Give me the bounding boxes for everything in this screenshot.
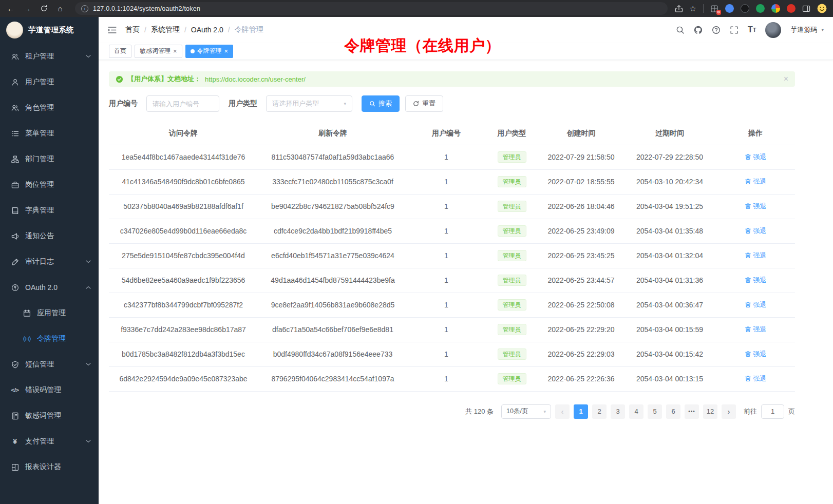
force-logout-button[interactable]: 强退 [745,350,767,359]
close-tab-icon[interactable]: × [173,48,177,54]
sidebar-item-dict[interactable]: 字典管理 [0,198,99,223]
page-size-select[interactable]: 10条/页▾ [501,404,551,419]
page-button-5[interactable]: 5 [648,404,662,419]
alert-close-icon[interactable]: × [784,74,788,84]
refresh-token-cell: e6cfd40eb1f54571a31e775e039c4624 [258,243,408,268]
sidebar-item-oauth[interactable]: OAuth 2.0 [0,275,99,300]
sidebar-item-errcode[interactable]: </> 错误码管理 [0,377,99,403]
sidebar-item-label: 短信管理 [25,360,86,369]
user-avatar[interactable] [765,22,781,38]
page-button-4[interactable]: 4 [629,404,643,419]
bookmark-star-icon[interactable]: ☆ [690,4,696,13]
breadcrumb-item[interactable]: 首页 [125,25,140,34]
force-logout-button[interactable]: 强退 [745,226,767,236]
sidebar-item-label: 应用管理 [37,308,91,318]
sidebar-item-token[interactable]: 令牌管理 [0,326,99,352]
tab-home[interactable]: 首页 [109,45,131,58]
tab-sensitive-word[interactable]: 敏感词管理 × [135,45,182,58]
sidebar-item-audit[interactable]: 审计日志 [0,249,99,275]
user-type-tag: 管理员 [498,201,526,212]
sidebar-item-sms[interactable]: 短信管理 [0,352,99,377]
extension-blue-icon[interactable] [725,4,734,13]
collapse-menu-icon[interactable] [99,17,125,43]
extension-red-icon[interactable] [787,4,796,13]
sidebar-item-report[interactable]: 报表设计器 [0,454,99,480]
search-button[interactable]: 搜索 [362,95,400,112]
page-button-6[interactable]: 6 [666,404,680,419]
goto-page-input[interactable] [761,404,784,419]
github-icon[interactable] [694,26,703,34]
page-button-1[interactable]: 1 [574,404,588,419]
back-icon[interactable]: ← [6,4,15,13]
sidebar-item-user[interactable]: 用户管理 [0,69,99,95]
breadcrumb-item[interactable]: 系统管理 [151,25,180,34]
page-button-2[interactable]: 2 [592,404,607,419]
profile-avatar-icon[interactable] [817,4,827,13]
sidebar-item-pay[interactable]: ¥ 支付管理 [0,429,99,454]
force-logout-button[interactable]: 强退 [745,300,767,309]
help-icon[interactable] [712,26,721,34]
created-time-cell: 2022-06-26 18:04:46 [539,194,623,219]
extension-grid-icon[interactable]: 0 [710,5,718,13]
total-count: 共 120 条 [465,407,494,416]
next-page-button[interactable]: › [722,404,736,419]
breadcrumb-item[interactable]: OAuth 2.0 [191,26,223,34]
page-button-3[interactable]: 3 [611,404,625,419]
sidebar-panel-icon[interactable] [802,5,810,13]
site-info-icon[interactable]: i [81,5,88,12]
page-button-12[interactable]: 12 [703,404,717,419]
action-cell: 强退 [716,366,795,391]
sidebar-item-tenant[interactable]: 租户管理 [0,44,99,69]
sidebar-item-dept[interactable]: 部门管理 [0,146,99,172]
sidebar-item-post[interactable]: 岗位管理 [0,172,99,198]
reload-icon[interactable] [39,5,48,12]
user-type-tag: 管理员 [498,373,526,384]
sidebar-item-notice[interactable]: 通知公告 [0,223,99,249]
extension-pinwheel-icon[interactable] [771,4,780,13]
share-icon[interactable] [675,5,683,13]
access-token-cell: 41c41346a548490f9dc8b01c6bfe0865 [109,169,258,194]
sidebar-item-role[interactable]: 角色管理 [0,95,99,121]
created-time-cell: 2022-06-25 22:50:08 [539,293,623,317]
url-text: 127.0.0.1:1024/system/oauth2/token [93,5,200,12]
extension-dark-icon[interactable] [741,4,749,13]
close-tab-icon[interactable]: × [224,48,229,54]
user-id-label: 用户编号 [109,99,138,108]
force-logout-button[interactable]: 强退 [745,374,767,383]
force-logout-button[interactable]: 强退 [745,325,767,334]
user-type-cell: 管理员 [485,268,539,293]
force-logout-button[interactable]: 强退 [745,202,767,211]
more-pages-button[interactable]: ••• [685,404,699,419]
user-type-select[interactable]: 请选择用户类型 ▾ [266,95,352,112]
fullscreen-icon[interactable] [730,26,739,34]
sidebar-item-menu[interactable]: 菜单管理 [0,121,99,146]
force-logout-button[interactable]: 强退 [745,152,767,162]
report-icon [11,463,19,471]
address-bar[interactable]: i 127.0.0.1:1024/system/oauth2/token [75,2,668,15]
extension-green-icon[interactable] [756,4,765,13]
user-type-tag: 管理员 [498,151,526,163]
force-logout-button[interactable]: 强退 [745,251,767,260]
home-icon[interactable]: ⌂ [55,4,65,13]
force-logout-button[interactable]: 强退 [745,177,767,186]
user-id-input[interactable] [146,95,219,112]
reset-button[interactable]: 重置 [405,95,443,112]
sidebar-item-app[interactable]: 应用管理 [0,300,99,326]
app-logo[interactable]: 芋道管理系统 [0,17,99,43]
search-icon[interactable] [676,26,685,34]
username[interactable]: 芋道源码 [790,25,817,34]
alert-link[interactable]: https://doc.iocoder.cn/user-center/ [205,75,306,83]
force-logout-button[interactable]: 强退 [745,276,767,285]
sidebar-item-sensitive[interactable]: 敏感词管理 [0,403,99,429]
sidebar-item-label: 通知公告 [25,231,91,241]
prev-page-button[interactable]: ‹ [555,404,570,419]
tab-token-management[interactable]: 令牌管理 × [185,45,234,58]
user-menu-caret-icon[interactable]: ▾ [821,27,824,32]
tab-label: 令牌管理 [197,47,222,55]
forward-icon[interactable]: → [23,4,32,13]
user-type-cell: 管理员 [485,194,539,219]
font-size-icon[interactable]: TT [748,25,756,34]
expire-time-cell: 2054-03-10 20:42:34 [623,169,716,194]
chevron-up-icon [86,286,91,289]
delete-icon [745,375,751,382]
